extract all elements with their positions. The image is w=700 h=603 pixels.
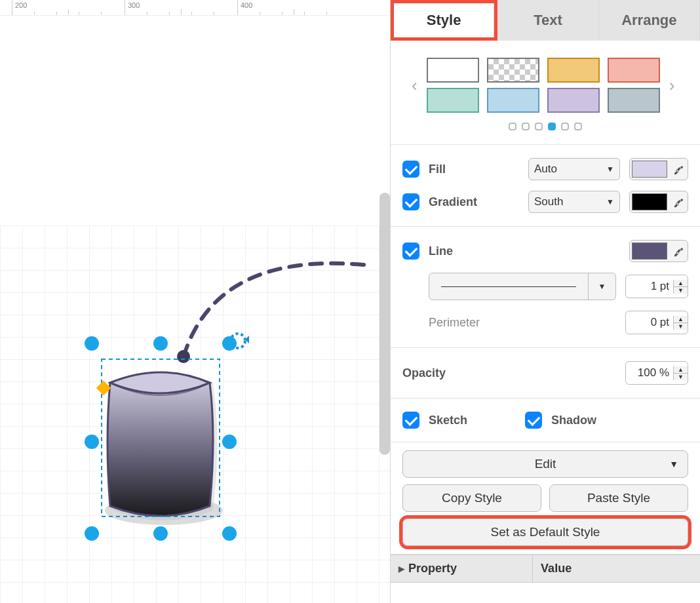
eyedropper-icon: [671, 195, 686, 209]
shadow-checkbox[interactable]: [525, 412, 542, 429]
perimeter-label: Perimeter: [429, 316, 480, 330]
eyedropper-icon: [671, 162, 686, 176]
opacity-label: Opacity: [402, 366, 446, 380]
svg-point-5: [222, 336, 237, 351]
svg-point-7: [222, 435, 237, 449]
ruler-tick-label: 300: [128, 1, 140, 9]
paste-style-button[interactable]: Paste Style: [549, 484, 688, 512]
gradient-label: Gradient: [429, 195, 477, 209]
tab-arrange[interactable]: Arrange: [599, 0, 700, 41]
line-style-select[interactable]: ▼: [429, 273, 616, 300]
chevron-down-icon: ▼: [606, 165, 614, 174]
gradient-checkbox[interactable]: [402, 193, 419, 210]
swatch-transparent[interactable]: [487, 58, 539, 83]
swatch[interactable]: [427, 58, 479, 83]
tab-arrange-label: Arrange: [621, 12, 676, 29]
svg-point-10: [222, 526, 237, 541]
gradient-direction-select[interactable]: South ▼: [528, 191, 620, 213]
set-default-style-label: Set as Default Style: [491, 525, 600, 539]
edit-style-label: Edit: [535, 457, 556, 471]
svg-point-9: [153, 526, 168, 541]
property-table-header: ▶ Property Value: [391, 554, 700, 583]
fill-mode-select[interactable]: Auto ▼: [528, 158, 620, 180]
perimeter-input[interactable]: 0 pt ▲▼: [625, 311, 688, 334]
style-panel: Style Text Arrange ‹ ›: [390, 0, 700, 603]
sketch-checkbox[interactable]: [402, 412, 419, 429]
gradient-color-chip[interactable]: [629, 191, 688, 213]
chevron-down-icon: ▼: [588, 273, 615, 300]
gradient-direction-value: South: [534, 195, 563, 208]
chevron-down-icon: ▼: [669, 459, 678, 469]
tab-style[interactable]: Style: [394, 3, 494, 37]
fill-mode-value: Auto: [534, 163, 557, 176]
opacity-value: 100 %: [626, 366, 673, 379]
copy-style-button[interactable]: Copy Style: [402, 484, 541, 512]
tab-style-label: Style: [427, 12, 461, 29]
fill-label: Fill: [429, 163, 446, 176]
swatch[interactable]: [547, 88, 600, 113]
svg-point-4: [153, 336, 168, 351]
fill-checkbox[interactable]: [402, 161, 419, 178]
line-label: Line: [429, 244, 453, 258]
line-width-input[interactable]: 1 pt ▲▼: [625, 275, 688, 298]
connector-endpoint[interactable]: [177, 350, 190, 363]
canvas-shapes[interactable]: [0, 16, 390, 603]
tab-text-label: Text: [534, 12, 562, 29]
selected-cylinder-shape[interactable]: [105, 372, 223, 525]
opacity-input[interactable]: 100 % ▲▼: [625, 361, 688, 385]
canvas-area[interactable]: 200 300 400: [0, 0, 390, 603]
sketch-label: Sketch: [429, 414, 467, 427]
swatch[interactable]: [608, 58, 660, 83]
ruler-tick-label: 400: [241, 1, 252, 9]
tab-text[interactable]: Text: [497, 0, 598, 41]
shadow-label: Shadow: [551, 414, 596, 427]
swatch-next-icon[interactable]: ›: [665, 75, 679, 96]
swatch-pager[interactable]: [402, 115, 688, 136]
perimeter-value: 0 pt: [626, 316, 673, 329]
eyedropper-icon: [671, 244, 686, 258]
chevron-down-icon: ▼: [606, 197, 614, 206]
swatch-grid: [427, 58, 660, 113]
ruler-top: 200 300 400: [0, 0, 390, 16]
svg-point-3: [85, 336, 99, 351]
swatch[interactable]: [608, 88, 660, 113]
paste-style-label: Paste Style: [587, 491, 650, 505]
panel-tabs: Style Text Arrange: [391, 0, 700, 41]
copy-style-label: Copy Style: [442, 491, 502, 505]
value-column-label: Value: [533, 555, 579, 582]
edit-style-button[interactable]: Edit ▼: [402, 450, 688, 478]
line-color-chip[interactable]: [629, 240, 688, 262]
swatch-prev-icon[interactable]: ‹: [408, 75, 421, 96]
set-default-style-button[interactable]: Set as Default Style: [402, 518, 688, 546]
connector-curve[interactable]: [184, 263, 364, 357]
line-width-value: 1 pt: [626, 280, 673, 293]
stepper[interactable]: ▲▼: [673, 366, 688, 380]
swatch[interactable]: [427, 88, 479, 113]
vertical-scrollbar[interactable]: [379, 193, 390, 455]
svg-point-6: [85, 435, 99, 449]
disclosure-triangle-icon[interactable]: ▶: [399, 564, 404, 574]
line-checkbox[interactable]: [402, 243, 419, 260]
swatch[interactable]: [547, 58, 600, 83]
stepper[interactable]: ▲▼: [673, 280, 688, 294]
canvas-viewport[interactable]: [0, 16, 390, 603]
fill-color-chip[interactable]: [629, 158, 688, 180]
ruler-tick-label: 200: [15, 1, 27, 9]
swatch[interactable]: [487, 88, 539, 113]
svg-point-8: [85, 526, 99, 541]
property-column-label: Property: [408, 562, 457, 575]
stepper[interactable]: ▲▼: [673, 316, 688, 330]
